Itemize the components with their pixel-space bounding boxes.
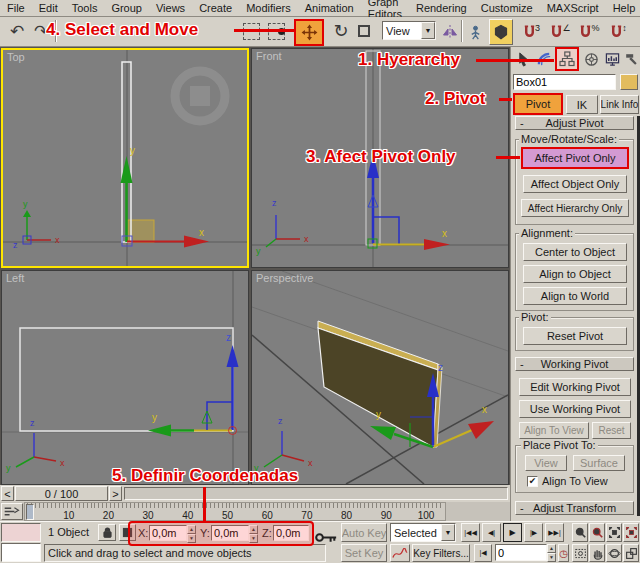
select-and-scale-icon[interactable] (358, 25, 370, 37)
viewport-top-canvas[interactable]: y x y x z (3, 50, 247, 266)
dropdown-arrow-icon[interactable]: ▼ (441, 524, 455, 541)
menu-animation[interactable]: Animation (298, 1, 361, 15)
snaps-toggle-button[interactable] (489, 19, 513, 45)
place-pivot-surface-button[interactable]: Surface (573, 455, 625, 471)
menu-file[interactable]: File (0, 1, 32, 15)
tab-utilities-icon[interactable] (622, 49, 640, 69)
play-button[interactable]: ▶ (503, 523, 522, 542)
dropdown-arrow-icon[interactable]: ▼ (421, 22, 435, 39)
y-coordinate-field[interactable] (211, 525, 249, 541)
z-coordinate-field[interactable] (273, 525, 309, 541)
collapse-icon[interactable]: - (520, 502, 524, 514)
pan-hand-icon[interactable] (589, 544, 605, 562)
affect-object-only-button[interactable]: Affect Object Only (523, 175, 627, 193)
key-filters-button[interactable]: Key Filters... (412, 544, 470, 562)
collapse-icon[interactable]: - (520, 117, 524, 129)
key-mode-toggle[interactable]: |◀ (474, 544, 492, 562)
object-color-swatch[interactable] (620, 74, 638, 90)
menu-help[interactable]: Help (606, 1, 640, 15)
zoom-all-icon[interactable] (589, 523, 605, 542)
rollout-working-pivot[interactable]: - Working Pivot (515, 357, 634, 371)
box-wireframe-left[interactable] (20, 328, 233, 431)
viewport-left[interactable]: Left z y z x (1, 270, 249, 485)
time-slider-prev-button[interactable]: < (1, 486, 14, 501)
current-frame-indicator[interactable] (26, 504, 34, 520)
viewport-perspective-canvas[interactable]: z x y z x y (252, 271, 508, 484)
time-slider-handle[interactable]: 0 / 100 (15, 486, 108, 501)
maxscript-mini-listener-pink[interactable] (1, 523, 41, 542)
time-slider-next-button[interactable]: > (109, 486, 122, 501)
set-key-button[interactable]: Set Key (341, 544, 387, 562)
undo-icon[interactable]: ↶ (6, 20, 28, 42)
tab-motion-icon[interactable] (581, 49, 601, 69)
go-to-start-button[interactable]: |◀◀ (461, 523, 480, 542)
align-to-world-button[interactable]: Align to World (523, 287, 627, 305)
center-to-object-button[interactable]: Center to Object (523, 243, 627, 261)
object-name-field[interactable] (513, 74, 616, 90)
arc-rotate-icon[interactable] (606, 544, 622, 562)
select-and-rotate-icon[interactable]: ↻ (330, 20, 352, 42)
align-to-view-checkbox[interactable]: ✔ (527, 476, 538, 487)
region-zoom-icon[interactable] (572, 544, 588, 562)
subtab-pivot[interactable]: Pivot (513, 93, 563, 115)
spinner-snap-icon[interactable]: ↕ (606, 21, 630, 43)
current-frame-spinner[interactable]: ▲▼ (547, 544, 556, 561)
affect-pivot-only-button[interactable]: Affect Pivot Only (521, 147, 629, 169)
menu-customize[interactable]: Customize (474, 1, 540, 15)
tab-display-icon[interactable] (602, 49, 622, 69)
use-working-pivot-button[interactable]: Use Working Pivot (519, 400, 631, 418)
named-selection-icon[interactable] (465, 21, 485, 43)
x-coordinate-field[interactable] (149, 525, 187, 541)
tab-hierarchy-icon[interactable] (555, 47, 579, 71)
viewport-perspective[interactable]: Perspective z x y (251, 270, 509, 485)
snap-toggle-3d-icon[interactable]: 3 (519, 21, 543, 43)
next-frame-button[interactable]: |▶ (524, 523, 543, 542)
time-slider-track[interactable] (124, 487, 508, 500)
object-name-input[interactable] (514, 76, 615, 88)
menu-edit[interactable]: Edit (32, 1, 65, 15)
reference-coordsys-dropdown[interactable]: View ▼ (382, 21, 436, 40)
angle-snap-icon[interactable]: ∠ (548, 21, 572, 43)
time-configuration-icon[interactable]: ◷ (558, 544, 569, 562)
gizmo-yz-plane-handle[interactable] (207, 402, 233, 430)
track-bar-ruler[interactable]: 0 10 20 30 40 50 60 70 80 90 100 (24, 502, 446, 521)
percent-snap-icon[interactable]: % (577, 21, 601, 43)
selection-lock-icon[interactable] (98, 524, 116, 541)
rollout-adjust-transform[interactable]: - Adjust Transform (515, 501, 634, 515)
viewport-left-canvas[interactable]: z y z x y (2, 271, 248, 484)
min-max-toggle-icon[interactable] (623, 544, 639, 562)
go-to-end-button[interactable]: ▶▶| (545, 523, 564, 542)
affect-hierarchy-only-button[interactable]: Affect Hierarchy Only (521, 199, 629, 217)
current-frame-input[interactable] (496, 547, 546, 559)
current-frame-field[interactable] (495, 544, 547, 561)
y-coordinate-spinner[interactable]: ▲▼ (249, 525, 258, 541)
zoom-extents-icon[interactable] (606, 523, 622, 542)
collapse-icon[interactable]: - (520, 358, 524, 370)
menu-maxscript[interactable]: MAXScript (540, 1, 606, 15)
working-pivot-reset-button[interactable]: Reset (592, 422, 631, 439)
place-pivot-view-button[interactable]: View (525, 455, 567, 471)
edit-working-pivot-button[interactable]: Edit Working Pivot (519, 378, 631, 396)
zoom-extents-all-icon[interactable] (623, 523, 639, 542)
x-coordinate-input[interactable] (150, 527, 186, 539)
menu-rendering[interactable]: Rendering (409, 1, 474, 15)
menu-tools[interactable]: Tools (65, 1, 105, 15)
menu-modifiers[interactable]: Modifiers (239, 1, 298, 15)
x-coordinate-spinner[interactable]: ▲▼ (187, 525, 196, 541)
absolute-mode-icon[interactable] (119, 524, 136, 541)
viewport-top[interactable]: Top y x y (1, 48, 249, 268)
menu-group[interactable]: Group (104, 1, 149, 15)
y-coordinate-input[interactable] (212, 527, 248, 539)
new-key-default-in-out-icon[interactable] (390, 544, 410, 562)
mirror-icon[interactable] (440, 21, 460, 43)
auto-key-button[interactable]: Auto Key (341, 523, 387, 542)
menu-views[interactable]: Views (149, 1, 192, 15)
subtab-ik[interactable]: IK (566, 95, 598, 114)
align-to-view-button[interactable]: Align To View (519, 422, 589, 439)
rollout-adjust-pivot[interactable]: - Adjust Pivot (515, 116, 634, 130)
reset-pivot-button[interactable]: Reset Pivot (523, 327, 627, 345)
align-to-object-button[interactable]: Align to Object (523, 265, 627, 283)
subtab-link-info[interactable]: Link Info (600, 95, 639, 114)
select-and-move-button[interactable] (294, 19, 324, 46)
maxscript-mini-listener-white[interactable] (1, 543, 41, 562)
